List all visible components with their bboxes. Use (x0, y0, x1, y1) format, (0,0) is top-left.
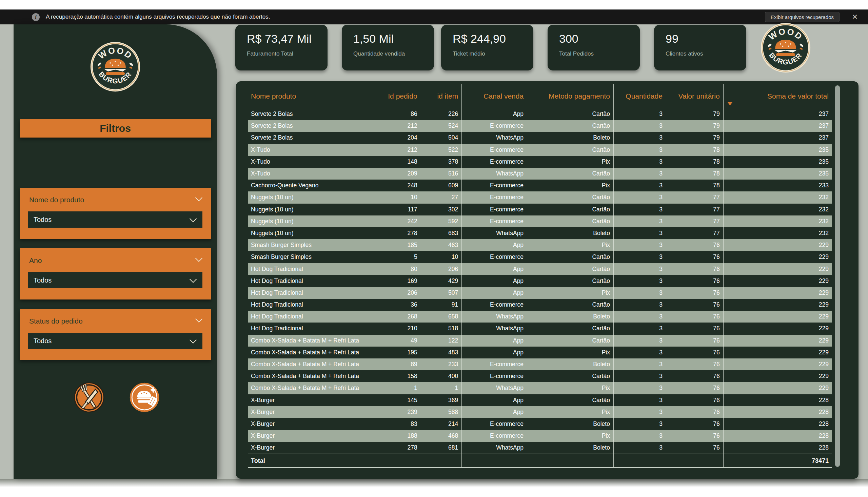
table-cell: 229 (724, 382, 832, 394)
filter-sidebar: WOOD BURGUER Filtros Nome do produto Tod… (14, 24, 217, 479)
table-cell: WhatsApp (462, 382, 527, 394)
table-row[interactable]: Hot Dog Tradicional210518WhatsAppCartão3… (248, 323, 832, 335)
show-recovered-files-button[interactable]: Exibir arquivos recuperados (765, 12, 840, 22)
burger-fries-icon (129, 382, 160, 413)
table-cell: Boleto (527, 418, 614, 430)
year-dropdown[interactable]: Todos (28, 272, 203, 288)
table-cell: WhatsApp (462, 227, 527, 239)
table-cell: Boleto (527, 132, 614, 144)
table-cell: 3 (614, 418, 666, 430)
column-header[interactable]: Valor unitário (666, 84, 724, 108)
table-cell: X-Burger (248, 394, 366, 406)
table-cell: 77 (666, 191, 724, 203)
order-status-dropdown[interactable]: Todos (28, 333, 203, 349)
table-row[interactable]: Combo X-Salada + Batata M + Refri Lata19… (248, 346, 832, 358)
table-cell: 518 (421, 323, 462, 335)
close-icon[interactable]: ✕ (852, 12, 858, 22)
table-row[interactable]: Hot Dog Tradicional268658WhatsAppBoleto3… (248, 311, 832, 323)
table-row[interactable]: Combo X-Salada + Batata M + Refri Lata15… (248, 370, 832, 382)
chevron-down-icon[interactable] (195, 315, 203, 323)
column-header[interactable]: Canal venda (462, 84, 527, 108)
filter-card-order-status: Status do pedido Todos (20, 309, 211, 360)
chevron-down-icon[interactable] (195, 194, 203, 201)
table-cell: 235 (724, 156, 832, 168)
table-row[interactable]: Combo X-Salada + Batata M + Refri Lata89… (248, 358, 832, 370)
column-header[interactable]: Id pedido (366, 84, 421, 108)
table-row[interactable]: Sorvete 2 Bolas212524E-commerceCartão379… (248, 120, 832, 132)
table-cell: Combo X-Salada + Batata M + Refri Lata (248, 358, 366, 370)
table-row[interactable]: Hot Dog Tradicional169429AppCartão376229 (248, 275, 832, 287)
table-cell: X-Burger (248, 430, 366, 442)
table-cell: 89 (366, 358, 421, 370)
table-row[interactable]: X-Tudo209516WhatsAppCartão378235 (248, 168, 832, 180)
table-row[interactable]: Sorvete 2 Bolas204504WhatsAppBoleto37923… (248, 132, 832, 144)
table-cell: 76 (666, 442, 724, 454)
table-cell: 214 (421, 418, 462, 430)
table-row[interactable]: Sorvete 2 Bolas86226AppCartão379237 (248, 108, 832, 120)
table-row[interactable]: X-Burger188468E-commercePix376228 (248, 430, 832, 442)
table-row[interactable]: Hot Dog Tradicional80206AppCartão376229 (248, 263, 832, 275)
table-row[interactable]: Combo X-Salada + Batata M + Refri Lata49… (248, 335, 832, 346)
table-cell: 3 (614, 144, 666, 156)
column-header[interactable]: Soma de valor total (724, 84, 832, 108)
table-cell: 237 (724, 108, 832, 120)
table-row[interactable]: Hot Dog Tradicional206507AppPix376229 (248, 287, 832, 299)
table-row[interactable]: X-Burger278681WhatsAppBoleto376228 (248, 442, 832, 454)
table-cell: 3 (614, 191, 666, 203)
table-row[interactable]: X-Burger145369AppCartão376228 (248, 394, 832, 406)
table-cell: E-commerce (462, 144, 527, 156)
table-row[interactable]: Smash Burger Simples510E-commerceCartão3… (248, 251, 832, 263)
table-cell: 76 (666, 418, 724, 430)
kpi-label: Faturamento Total (247, 51, 293, 57)
table-row[interactable]: Combo X-Salada + Batata M + Refri Lata11… (248, 382, 832, 394)
table-row[interactable]: Nuggets (10 un)242592E-commerceCartão377… (248, 215, 832, 227)
table-row[interactable]: Hot Dog Tradicional3691E-commerceCartão3… (248, 299, 832, 311)
table-row[interactable]: X-Burger83214E-commerceBoleto376228 (248, 418, 832, 430)
table-cell: WhatsApp (462, 132, 527, 144)
table-cell: 232 (724, 215, 832, 227)
table-cell: Pix (527, 430, 614, 442)
table-cell: 228 (724, 418, 832, 430)
table-row[interactable]: Cachorro-Quente Vegano248609E-commercePi… (248, 180, 832, 191)
table-cell: 3 (614, 275, 666, 287)
column-header[interactable]: id item (421, 84, 462, 108)
column-header[interactable]: Nome produto (248, 84, 366, 108)
table-cell: 239 (366, 406, 421, 418)
table-cell: 3 (614, 263, 666, 275)
table-row[interactable]: Nuggets (10 un)1027E-commerceCartão37723… (248, 191, 832, 203)
table-cell: WhatsApp (462, 168, 527, 180)
table-cell: Combo X-Salada + Batata M + Refri Lata (248, 335, 366, 346)
table-cell: Boleto (527, 358, 614, 370)
table-cell: 91 (421, 299, 462, 311)
sort-descending-icon[interactable] (728, 102, 732, 105)
vertical-scrollbar[interactable] (835, 85, 840, 467)
chevron-down-icon[interactable] (195, 255, 203, 262)
table-cell: 76 (666, 299, 724, 311)
table-cell: E-commerce (462, 180, 527, 191)
chevron-down-icon (190, 337, 197, 343)
kpi-label: Clientes ativos (665, 51, 703, 57)
table-cell: 683 (421, 227, 462, 239)
column-header[interactable]: Metodo pagamento (527, 84, 614, 108)
kpi-card-revenue: R$ 73,47 Mil Faturamento Total (235, 25, 328, 70)
kpi-value: 1,50 Mil (353, 32, 394, 45)
table-cell: Cartão (527, 263, 614, 275)
table-row[interactable]: Nuggets (10 un)278683WhatsAppBoleto37723… (248, 227, 832, 239)
product-name-dropdown[interactable]: Todos (28, 211, 203, 228)
kpi-card-quantity-sold: 1,50 Mil Quantidade vendida (342, 25, 434, 70)
table-cell: 226 (421, 108, 462, 120)
column-header[interactable]: Quantidade (614, 84, 666, 108)
wood-burguer-logo: WOOD BURGUER (90, 41, 141, 92)
table-cell: 504 (421, 132, 462, 144)
table-row[interactable]: X-Burger239588AppPix376228 (248, 406, 832, 418)
table-cell: 228 (724, 442, 832, 454)
table-row[interactable]: Nuggets (10 un)117302E-commerceCartão377… (248, 203, 832, 215)
table-row[interactable]: X-Tudo148378E-commercePix378235 (248, 156, 832, 168)
table-cell: E-commerce (462, 203, 527, 215)
table-cell: 209 (366, 168, 421, 180)
table-row[interactable]: X-Tudo212522E-commerceCartão378235 (248, 144, 832, 156)
table-cell: 507 (421, 287, 462, 299)
table-row[interactable]: Smash Burger Simples185463AppPix376229 (248, 239, 832, 251)
table-cell: 188 (366, 430, 421, 442)
table-cell: 235 (724, 144, 832, 156)
